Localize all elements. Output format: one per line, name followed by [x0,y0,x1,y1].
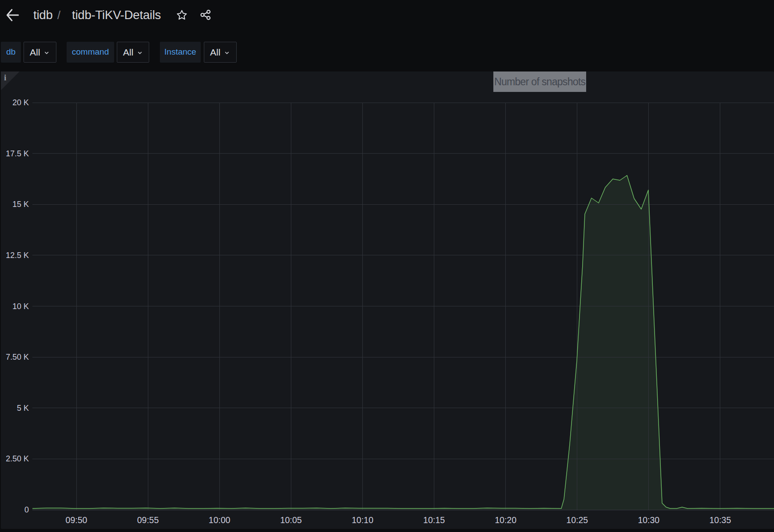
svg-text:10:20: 10:20 [495,515,516,525]
svg-text:09:55: 09:55 [137,515,159,525]
svg-text:10:05: 10:05 [280,515,302,525]
svg-text:10 K: 10 K [12,302,29,311]
svg-text:10:15: 10:15 [423,515,445,525]
svg-text:10:35: 10:35 [709,515,731,525]
svg-text:17.5 K: 17.5 K [6,149,29,158]
svg-text:10:30: 10:30 [638,515,659,525]
svg-text:10:10: 10:10 [352,515,373,525]
svg-text:10:25: 10:25 [566,515,588,525]
svg-text:12.5 K: 12.5 K [6,251,29,260]
svg-text:2.50 K: 2.50 K [6,454,29,463]
svg-text:15 K: 15 K [12,200,29,209]
svg-text:5 K: 5 K [17,404,29,413]
svg-text:0: 0 [24,505,29,514]
svg-text:7.50 K: 7.50 K [6,353,29,361]
svg-text:09:50: 09:50 [66,515,87,525]
svg-text:10:00: 10:00 [209,515,230,525]
svg-text:20 K: 20 K [12,98,29,107]
